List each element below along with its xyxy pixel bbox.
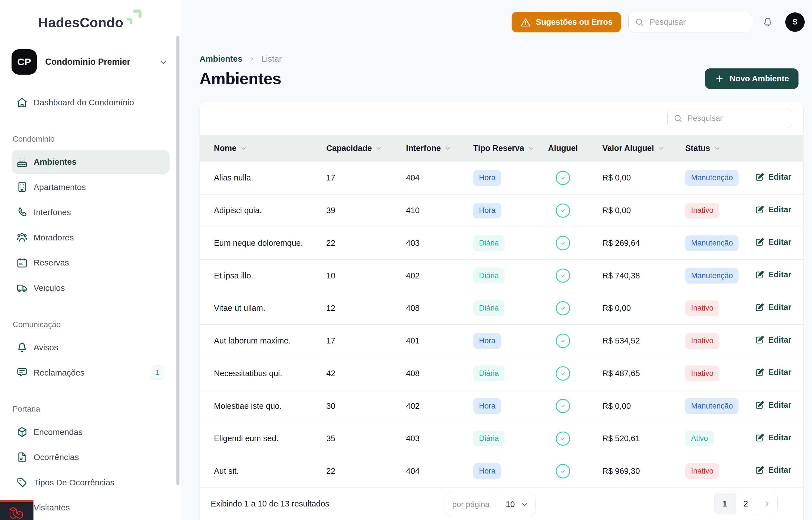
- sidebar-section-comunicacao: Comunicação: [13, 320, 170, 329]
- sidebar-item-encomendas[interactable]: Encomendas: [11, 420, 170, 444]
- results-summary: Exibindo 1 a 10 de 13 resultados: [211, 499, 329, 509]
- ambientes-panel: NomeCapacidadeInterfoneTipo ReservaAlugu…: [199, 102, 804, 520]
- check-circle-icon: [556, 399, 570, 413]
- edit-button[interactable]: Editar: [755, 172, 791, 182]
- sidebar-item-ambientes[interactable]: Ambientes: [11, 150, 170, 174]
- panel-toolbar: [200, 102, 803, 135]
- edit-button[interactable]: Editar: [755, 237, 791, 247]
- edit-button[interactable]: Editar: [755, 302, 791, 312]
- sidebar-item-label: Moradores: [33, 233, 74, 242]
- edit-button[interactable]: Editar: [755, 335, 791, 345]
- phone-icon: [16, 206, 28, 219]
- cake-icon: [16, 156, 28, 168]
- cell-interfone: 403: [393, 227, 461, 260]
- sidebar-item-apartamentos[interactable]: Apartamentos: [11, 175, 170, 199]
- sidebar-item-dashboard-do-condominio[interactable]: Dashboard do Condomínio: [11, 90, 170, 114]
- sidebar-scrollbar[interactable]: [176, 36, 179, 485]
- edit-button[interactable]: Editar: [755, 367, 791, 377]
- column-header-capacidade[interactable]: Capacidade: [314, 135, 393, 162]
- global-search-input[interactable]: [628, 12, 752, 32]
- cell-tipo-reserva: Hora: [461, 194, 536, 227]
- sidebar-item-avisos[interactable]: Avisos: [11, 335, 170, 360]
- page-button-1[interactable]: 1: [715, 493, 735, 514]
- check-circle-icon: [556, 432, 570, 446]
- sidebar-item-veiculos[interactable]: Veiculos: [11, 276, 170, 300]
- cell-actions: Editar: [744, 292, 804, 324]
- check-circle-icon: [556, 236, 570, 250]
- cell-actions: Editar: [744, 227, 804, 260]
- edit-button[interactable]: Editar: [755, 433, 791, 443]
- logo-text: HadesCondo: [38, 15, 123, 30]
- edit-button[interactable]: Editar: [755, 400, 791, 410]
- next-page-button[interactable]: [756, 493, 777, 514]
- cell-capacidade: 10: [314, 259, 393, 292]
- sidebar-item-interfones[interactable]: Interfones: [11, 200, 170, 225]
- search-icon: [635, 17, 644, 27]
- sidebar-item-tipos-de-ocorrencias[interactable]: Tipos De Ocorrências: [11, 470, 170, 495]
- cell-nome: Adipisci quia.: [200, 194, 314, 227]
- sidebar-nav: Dashboard do CondomínioCondominioAmbient…: [0, 90, 181, 520]
- sidebar-item-ocorrencias[interactable]: Ocorrências: [11, 445, 170, 469]
- table-search-input[interactable]: [667, 109, 792, 128]
- edit-button[interactable]: Editar: [755, 205, 791, 214]
- sidebar-item-reservas[interactable]: Reservas: [11, 251, 170, 275]
- feedback-button[interactable]: Sugestões ou Erros: [512, 12, 621, 32]
- edit-button[interactable]: Editar: [755, 465, 791, 475]
- cell-status: Inativo: [673, 194, 744, 227]
- cell-interfone: 401: [393, 324, 461, 357]
- cell-aluguel: [536, 455, 590, 488]
- search-icon: [673, 113, 683, 123]
- edit-button-label: Editar: [768, 433, 791, 442]
- check-circle-icon: [556, 366, 570, 380]
- column-header-actions: [744, 135, 804, 162]
- sidebar-item-reclamacoes[interactable]: Reclamações1: [11, 361, 170, 385]
- user-avatar[interactable]: S: [785, 12, 805, 32]
- sidebar-item-visitantes[interactable]: Visitantes: [11, 495, 170, 520]
- status-badge: Manutenção: [685, 268, 738, 284]
- condo-selector[interactable]: CP Condominio Premier: [11, 49, 168, 75]
- tipo-reserva-badge: Hora: [473, 333, 501, 349]
- cell-valor-aluguel: R$ 520,61: [590, 422, 673, 455]
- cell-valor-aluguel: R$ 740,38: [590, 259, 673, 292]
- cell-aluguel: [536, 292, 590, 324]
- column-header-interfone[interactable]: Interfone: [393, 135, 461, 162]
- condo-name: Condominio Premier: [45, 57, 130, 67]
- cell-valor-aluguel: R$ 0,00: [590, 194, 673, 227]
- per-page-value: 10: [497, 500, 520, 509]
- calendar-icon: [16, 257, 28, 269]
- edit-pencil-icon: [755, 172, 764, 182]
- edit-pencil-icon: [755, 237, 764, 247]
- edit-button[interactable]: Editar: [755, 270, 791, 280]
- column-header-status[interactable]: Status: [673, 135, 744, 162]
- column-header-valor-aluguel[interactable]: Valor Aluguel: [590, 135, 673, 162]
- sort-chevron-icon: [444, 145, 452, 152]
- breadcrumb-parent-link[interactable]: Ambientes: [199, 54, 243, 63]
- cell-capacidade: 30: [314, 390, 393, 422]
- topbar: Sugestões ou Erros S: [199, 0, 812, 37]
- edit-pencil-icon: [755, 270, 764, 280]
- chevron-right-icon: [248, 55, 256, 63]
- condo-avatar: CP: [11, 49, 37, 75]
- sort-chevron-icon: [713, 145, 721, 152]
- cell-tipo-reserva: Diária: [461, 259, 536, 292]
- column-label: Capacidade: [326, 144, 372, 153]
- per-page-select[interactable]: por página 10: [445, 493, 535, 516]
- sidebar-item-label: Tipos De Ocorrências: [33, 478, 114, 487]
- edit-button-label: Editar: [768, 205, 791, 214]
- sidebar-item-label: Apartamentos: [33, 182, 86, 192]
- package-icon: [16, 426, 28, 438]
- cell-actions: Editar: [744, 324, 804, 357]
- new-ambiente-button[interactable]: Novo Ambiente: [705, 69, 798, 89]
- table-row: Adipisci quia.39410HoraR$ 0,00InativoEdi…: [200, 194, 804, 227]
- column-header-tipo-reserva[interactable]: Tipo Reserva: [461, 135, 536, 162]
- cell-capacidade: 22: [314, 227, 393, 260]
- sidebar-item-moradores[interactable]: Moradores: [11, 226, 170, 250]
- cell-status: Manutenção: [673, 390, 744, 422]
- cell-status: Ativo: [673, 422, 744, 455]
- table-row: Eum neque doloremque.22403DiáriaR$ 269,6…: [200, 227, 804, 260]
- page-button-2[interactable]: 2: [735, 493, 757, 514]
- notifications-bell-icon[interactable]: [762, 16, 774, 28]
- logo[interactable]: HadesCondo: [0, 0, 181, 30]
- column-header-nome[interactable]: Nome: [200, 135, 314, 162]
- laravel-debugbar-badge[interactable]: [0, 500, 33, 520]
